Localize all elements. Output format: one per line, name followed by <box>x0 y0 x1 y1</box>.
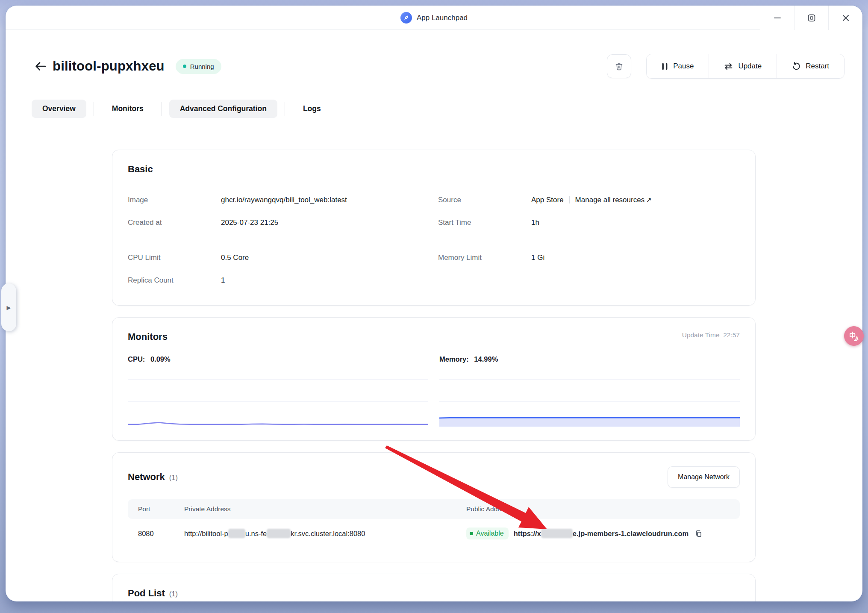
created-at-label: Created at <box>128 218 221 227</box>
delete-button[interactable] <box>607 54 631 78</box>
pod-list-count: (1) <box>169 590 178 598</box>
page-title: bilitool-pupxhxeu <box>53 59 165 74</box>
memory-metric-label: Memory: <box>439 355 469 363</box>
pod-list-card: Pod List(1) <box>112 574 756 601</box>
copy-icon[interactable] <box>694 529 703 538</box>
network-table-row: 8080 http://bilitool-pu.ns-fekr.svc.clus… <box>128 519 740 548</box>
translate-icon: A <box>848 330 860 342</box>
app-launchpad-logo-icon <box>400 12 412 24</box>
redacted-text <box>267 529 291 538</box>
tab-divider <box>162 102 162 116</box>
replica-count-label: Replica Count <box>128 276 221 285</box>
public-address-column-header: Public Address <box>466 505 730 513</box>
available-badge: Available <box>466 528 509 539</box>
replica-count-value: 1 <box>221 276 225 285</box>
memory-chart-panel: Memory: 14.99% <box>439 355 740 427</box>
manage-all-resources-link[interactable]: Manage all resources↗ <box>575 196 652 204</box>
available-label: Available <box>476 530 504 537</box>
cpu-limit-label: CPU Limit <box>128 253 221 262</box>
status-badge: Running <box>176 59 221 74</box>
public-address-link[interactable]: https://xe.jp-members-1.clawcloudrun.com <box>514 529 689 538</box>
cpu-limit-value: 0.5 Core <box>221 253 249 262</box>
tab-advanced-configuration[interactable]: Advanced Configuration <box>169 100 277 118</box>
cpu-metric-value: 0.09% <box>150 355 171 363</box>
memory-limit-label: Memory Limit <box>438 253 531 262</box>
private-address-column-header: Private Address <box>184 505 466 513</box>
app-window: App Launchpad bilitool-pupxhxeu Runn <box>6 6 862 601</box>
available-dot-icon <box>470 532 473 535</box>
source-label: Source <box>438 196 531 204</box>
restart-button[interactable]: Restart <box>777 54 844 78</box>
manage-network-button[interactable]: Manage Network <box>668 466 740 488</box>
redacted-text <box>541 529 573 538</box>
title-bar: App Launchpad <box>6 6 862 30</box>
network-table-header: Port Private Address Public Address <box>128 499 740 519</box>
minimize-button[interactable] <box>760 6 794 30</box>
network-count: (1) <box>169 474 178 481</box>
external-link-icon: ↗ <box>646 196 652 203</box>
chevron-right-icon: ▶ <box>7 304 11 311</box>
network-card: Network(1) Manage Network Port Private A… <box>112 452 756 562</box>
tab-logs[interactable]: Logs <box>292 100 332 118</box>
update-label: Update <box>738 62 762 71</box>
start-time-label: Start Time <box>438 218 531 227</box>
tab-overview[interactable]: Overview <box>32 100 86 118</box>
image-label: Image <box>128 196 221 204</box>
tab-monitors[interactable]: Monitors <box>101 100 154 118</box>
cpu-metric-label: CPU: <box>128 355 145 363</box>
port-value: 8080 <box>138 530 184 538</box>
tab-divider <box>285 102 285 116</box>
basic-section-divider <box>128 240 740 240</box>
redacted-text <box>228 529 245 538</box>
pod-list-title: Pod List <box>128 588 165 598</box>
svg-text:A: A <box>855 336 858 341</box>
source-value: App Store <box>531 196 564 204</box>
update-time: Update Time 22:57 <box>682 331 740 339</box>
maximize-button[interactable] <box>794 6 828 30</box>
sidebar-expand-handle[interactable]: ▶ <box>1 283 16 331</box>
back-button[interactable] <box>32 58 49 75</box>
running-dot-icon <box>183 65 186 68</box>
basic-card: Basic Image ghcr.io/raywangqvq/bili_tool… <box>112 150 756 306</box>
monitors-card-title: Monitors <box>128 331 168 342</box>
network-card-title: Network <box>128 472 165 482</box>
restart-label: Restart <box>806 62 829 71</box>
created-at-value: 2025-07-23 21:25 <box>221 218 278 227</box>
window-title: App Launchpad <box>417 14 468 22</box>
tab-divider <box>94 102 94 116</box>
image-value: ghcr.io/raywangqvq/bili_tool_web:latest <box>221 196 347 204</box>
cpu-chart-panel: CPU: 0.09% <box>128 355 428 427</box>
memory-sparkline-chart <box>439 369 740 427</box>
port-column-header: Port <box>138 505 184 513</box>
source-divider <box>569 196 570 203</box>
memory-metric-value: 14.99% <box>474 355 498 363</box>
pause-button[interactable]: Pause <box>647 54 709 78</box>
update-button[interactable]: Update <box>709 54 777 78</box>
memory-limit-value: 1 Gi <box>531 253 544 262</box>
tab-bar: Overview Monitors Advanced Configuration… <box>32 100 332 118</box>
private-address-value: http://bilitool-pu.ns-fekr.svc.cluster.l… <box>184 529 466 538</box>
language-toggle-button[interactable]: A <box>844 326 864 346</box>
action-button-group: Pause Update Restart <box>646 54 844 79</box>
close-button[interactable] <box>828 6 862 30</box>
basic-card-title: Basic <box>128 164 740 175</box>
pause-label: Pause <box>673 62 694 71</box>
start-time-value: 1h <box>531 218 539 227</box>
cpu-sparkline-chart <box>128 369 428 427</box>
status-label: Running <box>190 63 214 70</box>
monitors-card: Monitors Update Time 22:57 CPU: 0.09% <box>112 317 756 441</box>
